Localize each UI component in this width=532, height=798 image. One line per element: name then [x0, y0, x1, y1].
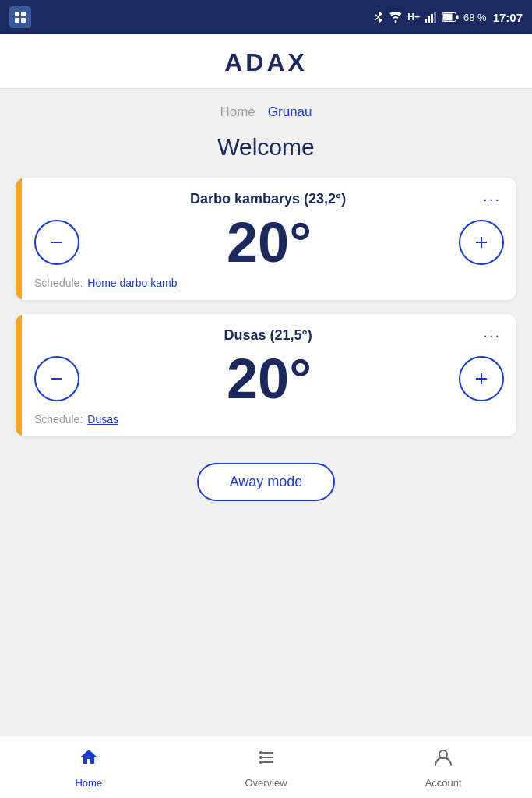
status-bar-left [9, 6, 31, 28]
svg-rect-6 [425, 19, 427, 23]
card-menu-1[interactable]: ··· [480, 190, 504, 208]
card-title-2: Dusas (21,5°) [56, 327, 480, 344]
svg-rect-7 [428, 16, 430, 23]
overview-icon [255, 747, 277, 774]
breadcrumb-current[interactable]: Grunau [268, 104, 312, 120]
away-mode-container: Away mode [16, 450, 516, 520]
schedule-label-2: Schedule: [34, 413, 83, 425]
svg-rect-2 [15, 18, 19, 23]
decrease-temp-1[interactable] [34, 220, 79, 265]
card-controls-1: 20° [34, 214, 504, 270]
temperature-1: 20° [227, 214, 312, 270]
battery-icon [442, 12, 459, 22]
account-icon [432, 747, 454, 774]
schedule-label-1: Schedule: [34, 277, 83, 289]
card-body-2: Dusas (21,5°) ··· 20° Schedul [22, 314, 516, 436]
card-title-1: Darbo kambarys (23,2°) [56, 191, 480, 207]
schedule-link-2[interactable]: Dusas [87, 413, 118, 425]
away-mode-button[interactable]: Away mode [197, 463, 336, 501]
svg-rect-8 [431, 14, 433, 23]
svg-rect-11 [442, 14, 452, 21]
home-icon [78, 747, 100, 774]
nav-overview-label: Overview [245, 777, 287, 789]
app-logo: ADAX [0, 48, 532, 77]
card-header-1: Darbo kambarys (23,2°) ··· [34, 190, 504, 208]
increase-temp-2[interactable] [459, 356, 504, 401]
svg-rect-9 [434, 12, 436, 23]
room-card-2: Dusas (21,5°) ··· 20° Schedul [16, 314, 516, 436]
svg-line-5 [375, 17, 379, 20]
schedule-link-1[interactable]: Home darbo kamb [87, 277, 177, 289]
room-card-1: Darbo kambarys (23,2°) ··· 20° [16, 178, 516, 300]
main-content: Home Grunau Welcome Darbo kambarys (23,2… [0, 89, 532, 736]
svg-point-22 [259, 751, 262, 754]
card-body-1: Darbo kambarys (23,2°) ··· 20° [22, 178, 516, 300]
card-schedule-1: Schedule: Home darbo kamb [34, 277, 504, 289]
card-accent-1 [16, 178, 22, 300]
svg-rect-0 [15, 12, 19, 16]
nav-account-label: Account [425, 777, 462, 789]
card-controls-2: 20° [34, 351, 504, 407]
nav-account[interactable]: Account [354, 747, 532, 789]
svg-rect-3 [21, 18, 26, 23]
nav-home[interactable]: Home [0, 747, 178, 789]
svg-rect-1 [21, 12, 26, 16]
svg-line-4 [375, 14, 379, 17]
breadcrumb-home[interactable]: Home [220, 104, 255, 120]
card-menu-2[interactable]: ··· [480, 327, 504, 344]
svg-point-24 [259, 761, 262, 764]
card-accent-2 [16, 314, 22, 436]
nav-home-label: Home [75, 777, 102, 789]
wifi-icon [389, 12, 403, 23]
breadcrumb: Home Grunau [16, 89, 516, 128]
svg-point-23 [259, 756, 262, 759]
header: ADAX [0, 34, 532, 89]
time: 17:07 [493, 11, 523, 24]
bottom-nav: Home Overview Account [0, 736, 532, 798]
decrease-temp-2[interactable] [34, 356, 79, 401]
svg-rect-12 [456, 16, 458, 19]
status-bar: H+ 68 % 17:07 [0, 0, 532, 34]
app-icon [9, 6, 31, 28]
battery-percent: 68 % [463, 12, 487, 23]
card-schedule-2: Schedule: Dusas [34, 413, 504, 425]
network-type: H+ [407, 12, 420, 23]
temperature-2: 20° [227, 351, 312, 407]
signal-icon [425, 12, 437, 23]
welcome-title: Welcome [16, 128, 516, 178]
increase-temp-1[interactable] [459, 220, 504, 265]
card-header-2: Dusas (21,5°) ··· [34, 327, 504, 344]
nav-overview[interactable]: Overview [178, 747, 355, 789]
bluetooth-icon [373, 10, 384, 24]
status-bar-right: H+ 68 % 17:07 [373, 10, 523, 24]
